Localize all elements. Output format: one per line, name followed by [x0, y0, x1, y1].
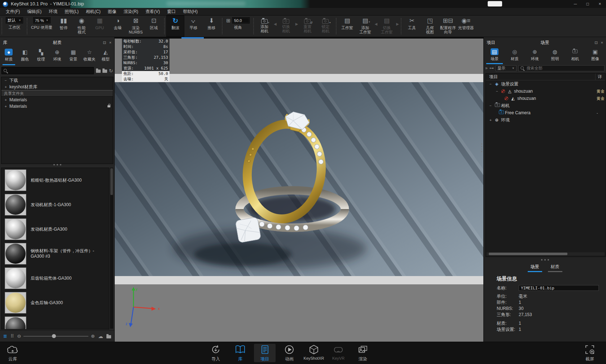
collapse-all-icon[interactable]: » — [485, 66, 488, 71]
menu-window[interactable]: 窗口 — [163, 8, 179, 15]
switch-camera-button[interactable]: 切换 相机 — [277, 15, 295, 37]
hidden-eye-icon[interactable] — [501, 89, 505, 94]
keyshotxr-button[interactable]: KeyShotXR — [303, 344, 325, 362]
show-filter-select[interactable]: 显示 ▼ — [496, 65, 517, 71]
scene-tree-row-mesh[interactable]: ◭ shouzuan 黄金 — [486, 95, 605, 102]
reset-camera-button[interactable]: ↺ 重置 相机 — [298, 15, 316, 37]
tools-button[interactable]: ✂ 工具 — [403, 15, 421, 37]
material-list-item[interactable] — [1, 315, 109, 329]
keyvr-button[interactable]: KeyVR — [328, 344, 349, 362]
remove-folder-icon[interactable] — [102, 70, 107, 73]
tree-item-materials-locked[interactable]: Materials — [1, 103, 113, 110]
tree-filter-icon[interactable]: ⊶ — [489, 66, 494, 71]
lock-camera-button[interactable]: • 锁定 相机 — [316, 15, 334, 37]
menu-file[interactable]: 文件(F) — [2, 8, 23, 15]
tree-item-download[interactable]: 下载 — [1, 77, 113, 84]
scene-tree-row-model[interactable]: ◬ shouzuan 黄金 — [486, 88, 605, 95]
library-tab-environments[interactable]: ⊕ 环境 — [49, 47, 65, 65]
project-tab-camera[interactable]: 相机 — [565, 47, 585, 64]
expand-icon[interactable] — [4, 105, 8, 108]
close-panel-icon[interactable]: × — [601, 40, 603, 45]
fov-control[interactable]: ⊞ 50.0 视角 — [224, 15, 252, 37]
add-studio-button[interactable]: ▤+ 添加 工作室 — [356, 15, 374, 37]
cloud-library-button[interactable]: 云库 — [6, 344, 19, 362]
animation-button[interactable]: 动画 — [278, 344, 300, 362]
dolly-button[interactable]: ⬇ 推移 — [202, 15, 220, 37]
project-tab-environment[interactable]: ⊕ 环境 — [525, 47, 545, 64]
screenshot-button[interactable]: 截屏 — [584, 344, 595, 362]
material-list-item[interactable]: 发动机材质-GA300 — [1, 217, 109, 241]
library-tab-models[interactable]: ◭ 模型 — [97, 47, 114, 65]
library-tab-backplates[interactable]: ▦ 背景 — [65, 47, 82, 65]
close-button[interactable]: × — [594, 0, 606, 8]
bottom-tab-material[interactable]: 材质 — [548, 263, 562, 272]
library-tab-materials[interactable]: ● 材质 — [1, 47, 17, 65]
collapse-icon[interactable] — [489, 104, 492, 108]
cpu-usage-select[interactable]: 75 %▼ CPU 使用量 — [29, 15, 54, 37]
menu-camera[interactable]: 相机(C) — [82, 8, 104, 15]
import-button[interactable]: 导入 — [205, 344, 227, 362]
scene-tree-hscrollbar[interactable] — [487, 252, 605, 256]
float-panel-icon[interactable]: ⊡ — [103, 40, 106, 45]
tree-item-keyshot-library[interactable]: keyshot材质库 — [1, 84, 113, 90]
hidden-eye-icon[interactable] — [504, 96, 509, 101]
project-tab-material[interactable]: ◎ 材质 — [505, 47, 525, 64]
library-toggle-button[interactable]: 库 — [229, 344, 251, 362]
light-manager-button[interactable]: ◉≡ 光管理器 — [457, 15, 475, 37]
scene-tree-row-environment[interactable]: ⊕ 环境 — [486, 116, 605, 124]
workspace-select[interactable]: 默认▼ 工作区 — [4, 15, 25, 37]
menu-lighting[interactable]: 照明(L) — [61, 8, 82, 15]
grid-view-icon[interactable]: ⠿ — [10, 333, 14, 339]
close-panel-icon[interactable]: × — [109, 40, 111, 45]
float-panel-icon[interactable]: ⊡ — [594, 40, 598, 45]
add-camera-button[interactable]: + 添加 相机 — [255, 15, 273, 37]
material-list-scrollbar[interactable] — [110, 168, 113, 329]
scene-tree-row-scene-set[interactable]: ◈ 场景设置 — [486, 80, 605, 88]
thumbnail-size-slider[interactable] — [23, 336, 88, 337]
realtime-viewport[interactable]: 每秒帧数:32.0 时间:8s 采样值:17 三角形:27,153 NURBS:… — [115, 37, 483, 342]
material-list-item[interactable]: 钢铁材料-车架（管件，冲压件）-GA300 #3 — [1, 241, 109, 266]
menu-view[interactable]: 查看(V) — [142, 8, 163, 15]
panel-splitter-handle[interactable] — [0, 164, 114, 165]
toolbar-grip[interactable] — [253, 18, 254, 34]
render-image-rings[interactable] — [115, 82, 483, 276]
project-tab-lighting[interactable]: ◍ 照明 — [545, 47, 565, 64]
denoise-button[interactable]: ◑ 去噪 — [109, 15, 127, 37]
bottom-tab-scene[interactable]: 场景 — [528, 263, 542, 272]
add-folder-icon[interactable] — [96, 70, 101, 73]
menu-render[interactable]: 渲染(R) — [120, 8, 142, 15]
toolbar-grip[interactable] — [1, 18, 2, 34]
render-button[interactable]: 渲染 — [352, 344, 374, 362]
menu-environment[interactable]: 环境 — [45, 8, 61, 15]
scene-name-input[interactable]: YIMEILI-01.bip — [519, 285, 599, 291]
gpu-button[interactable]: ▦ GPU — [91, 15, 109, 37]
collapse-icon[interactable] — [489, 82, 492, 86]
collapse-icon[interactable] — [495, 89, 499, 93]
material-list-item[interactable]: 粗糙铝-散热器铝材-GA300 — [1, 168, 109, 192]
performance-mode-button[interactable]: ◉ 性能 模式 — [73, 15, 91, 37]
pan-button[interactable]: ↔↔ 平移 — [184, 15, 202, 37]
project-tab-scene[interactable]: ▤ 场景 — [484, 47, 505, 64]
toolbar-grip[interactable] — [222, 18, 223, 34]
maximize-button[interactable]: □ — [581, 0, 594, 8]
expand-icon[interactable] — [4, 85, 8, 89]
region-button[interactable]: ⊡ 区域 — [145, 15, 163, 37]
toolbar-grip[interactable] — [164, 18, 165, 34]
refresh-icon[interactable]: ↻ — [109, 68, 113, 74]
cloud-upload-icon[interactable]: ☁ — [98, 333, 103, 339]
tree-item-materials[interactable]: Materials — [1, 97, 113, 103]
render-nurbs-button[interactable]: ⊠ 渲染 NURBS — [127, 15, 145, 37]
library-search-input[interactable] — [1, 67, 94, 74]
configurator-wizard-button[interactable]: ⊞⊟ 配置程序 向导 — [439, 15, 457, 37]
project-tab-image[interactable]: ▣ 图像 — [585, 47, 605, 64]
expand-icon[interactable] — [489, 118, 492, 122]
material-list-item[interactable]: 发动机材质-1-GA300 — [1, 192, 109, 217]
zoom-in-icon[interactable]: ⊕ — [91, 333, 95, 339]
library-tab-colors[interactable]: ◧ 颜色 — [17, 47, 33, 65]
open-folder-icon[interactable] — [106, 335, 111, 338]
scene-tree-row-cameras[interactable]: 相机 — [486, 102, 605, 109]
slider-handle[interactable] — [52, 334, 56, 338]
library-tab-favorites[interactable]: ☆ 收藏夹 — [82, 47, 98, 65]
menu-edit[interactable]: 编辑(E) — [23, 8, 45, 15]
toolbar-grip[interactable] — [401, 18, 401, 34]
